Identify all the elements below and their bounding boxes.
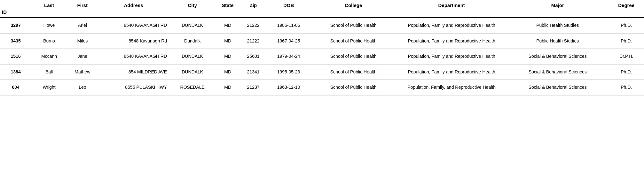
- cell-major: Public Health Studies: [507, 33, 609, 49]
- data-table: Last First Address City State Zip DOB Co…: [0, 0, 644, 95]
- cell-id: 604: [0, 80, 31, 95]
- cell-college: School of Public Health: [310, 64, 397, 80]
- cell-dept: Population, Family and Reproductive Heal…: [397, 64, 507, 80]
- cell-last: Wright: [31, 80, 67, 95]
- cell-zip: 21237: [240, 80, 267, 95]
- cell-dept: Population, Family and Reproductive Heal…: [397, 49, 507, 64]
- cell-city: DUNDALK: [169, 64, 216, 80]
- cell-dept: Population, Family and Reproductive Heal…: [397, 33, 507, 49]
- col-subheader-addr-empty: [98, 9, 169, 18]
- cell-college: School of Public Health: [310, 49, 397, 64]
- column-headers-row: Last First Address City State Zip DOB Co…: [0, 0, 644, 9]
- cell-degree: Ph.D.: [609, 64, 644, 80]
- col-subheader-degree-empty: [609, 9, 644, 18]
- cell-dob: 1979-04-24: [267, 49, 310, 64]
- col-subheader-major-empty: [507, 9, 609, 18]
- col-subheader-college-empty: [310, 9, 397, 18]
- col-subheader-dept-empty: [397, 9, 507, 18]
- cell-first: Leo: [67, 80, 98, 95]
- cell-id: 1384: [0, 64, 31, 80]
- main-table-container: Last First Address City State Zip DOB Co…: [0, 0, 644, 95]
- table-row: 604WrightLeo8555 PULASKI HWYROSEDALEMD21…: [0, 80, 644, 95]
- cell-zip: 21222: [240, 33, 267, 49]
- cell-degree: Ph.D.: [609, 33, 644, 49]
- col-header-id: [0, 0, 31, 9]
- cell-last: Ball: [31, 64, 67, 80]
- cell-city: ROSEDALE: [169, 80, 216, 95]
- cell-dept: Population, Family and Reproductive Heal…: [397, 18, 507, 33]
- cell-dob: 1963-12-10: [267, 80, 310, 95]
- cell-id: 1516: [0, 49, 31, 64]
- col-subheader-id: ID: [0, 9, 31, 18]
- col-subheader-dob-empty: [267, 9, 310, 18]
- col-header-city: City: [169, 0, 216, 9]
- col-header-dob: DOB: [267, 0, 310, 9]
- cell-last: Howe: [31, 18, 67, 33]
- table-row: 3435BurnsMiles8548 Kavanagh RdDundalkMD2…: [0, 33, 644, 49]
- col-header-first: First: [67, 0, 98, 9]
- table-row: 3297HoweAriel8540 KAVANAGH RDDUNDALKMD21…: [0, 18, 644, 33]
- cell-dept: Population, Family, and Reproductive Hea…: [397, 80, 507, 95]
- col-header-college: College: [310, 0, 397, 9]
- cell-college: School of Public Health: [310, 33, 397, 49]
- cell-address: 854 MILDRED AVE: [98, 64, 169, 80]
- cell-first: Mathew: [67, 64, 98, 80]
- cell-zip: 21341: [240, 64, 267, 80]
- table-row: 1384BallMathew854 MILDRED AVEDUNDALKMD21…: [0, 64, 644, 80]
- cell-id: 3297: [0, 18, 31, 33]
- cell-city: Dundalk: [169, 33, 216, 49]
- id-subheader-row: ID: [0, 9, 644, 18]
- cell-last: Burns: [31, 33, 67, 49]
- table-body: 3297HoweAriel8540 KAVANAGH RDDUNDALKMD21…: [0, 18, 644, 95]
- cell-state: MD: [216, 33, 240, 49]
- col-header-zip: Zip: [240, 0, 267, 9]
- cell-address: 8555 PULASKI HWY: [98, 80, 169, 95]
- cell-first: Miles: [67, 33, 98, 49]
- cell-last: Mccann: [31, 49, 67, 64]
- table-row: 1516MccannJane8548 KAVANAGH RDDUNDALKMD2…: [0, 49, 644, 64]
- cell-id: 3435: [0, 33, 31, 49]
- cell-city: DUNDALK: [169, 49, 216, 64]
- cell-major: Social & Behavioral Sciences: [507, 64, 609, 80]
- cell-state: MD: [216, 64, 240, 80]
- col-subheader-first-empty: [67, 9, 98, 18]
- cell-degree: Dr.P.H.: [609, 49, 644, 64]
- col-subheader-state-empty: [216, 9, 240, 18]
- cell-major: Social & Behavioral Sciences: [507, 49, 609, 64]
- cell-state: MD: [216, 49, 240, 64]
- col-subheader-city-empty: [169, 9, 216, 18]
- cell-major: Public Health Studies: [507, 18, 609, 33]
- cell-college: School of Public Health: [310, 18, 397, 33]
- col-header-address: Address: [98, 0, 169, 9]
- col-header-state: State: [216, 0, 240, 9]
- cell-address: 8548 Kavanagh Rd: [98, 33, 169, 49]
- cell-college: School of Public Health: [310, 80, 397, 95]
- table-header: Last First Address City State Zip DOB Co…: [0, 0, 644, 18]
- col-header-department: Department: [397, 0, 507, 9]
- cell-first: Ariel: [67, 18, 98, 33]
- cell-degree: Ph.D.: [609, 18, 644, 33]
- cell-dob: 1995-05-23: [267, 64, 310, 80]
- cell-dob: 1967-04-25: [267, 33, 310, 49]
- cell-address: 8540 KAVANAGH RD: [98, 18, 169, 33]
- col-subheader-zip-empty: [240, 9, 267, 18]
- col-header-degree: Degree: [609, 0, 644, 9]
- cell-first: Jane: [67, 49, 98, 64]
- cell-state: MD: [216, 18, 240, 33]
- cell-dob: 1985-11-06: [267, 18, 310, 33]
- cell-major: Social & Behavioral Sciences: [507, 80, 609, 95]
- cell-state: MD: [216, 80, 240, 95]
- cell-degree: Ph.D.: [609, 80, 644, 95]
- cell-zip: 21222: [240, 18, 267, 33]
- col-header-last: Last: [31, 0, 67, 9]
- cell-zip: 25601: [240, 49, 267, 64]
- col-subheader-last-empty: [31, 9, 67, 18]
- cell-city: DUNDALK: [169, 18, 216, 33]
- col-header-major: Major: [507, 0, 609, 9]
- cell-address: 8548 KAVANAGH RD: [98, 49, 169, 64]
